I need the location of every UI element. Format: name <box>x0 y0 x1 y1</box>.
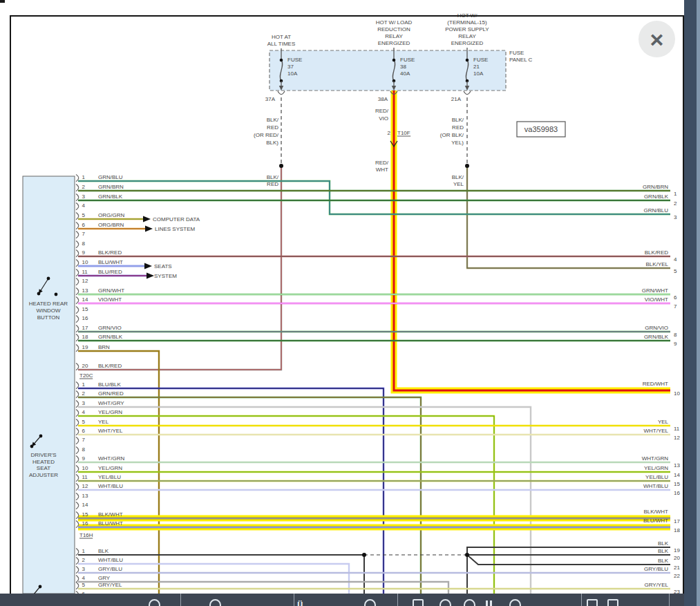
pin-number: 19 <box>82 344 88 350</box>
page-corner-mark <box>0 0 5 3</box>
fuse-panel-label: PANEL C <box>509 57 533 63</box>
pin-bracket <box>76 278 79 285</box>
wire-label: BLU/BLK <box>98 381 122 388</box>
wire-label: BLK/WHT <box>643 509 668 515</box>
fuse-label: FUSE <box>473 57 488 63</box>
print-icon[interactable]: ü <box>297 599 303 606</box>
wire-label: YEL/BLU <box>645 474 668 480</box>
pin-number: 1 <box>82 381 86 388</box>
wire-label: GRN/BLU <box>98 174 123 180</box>
pin-number: 3 <box>82 193 86 200</box>
pin-bracket <box>76 307 79 314</box>
diagram-text: SYSTEM <box>154 273 177 279</box>
zoom-in-icon[interactable] <box>464 599 475 606</box>
pin-number: 21 <box>674 565 680 571</box>
diagram-text: BLK/ <box>452 117 464 123</box>
pin-number: 18 <box>674 527 680 533</box>
wire-label: GRY <box>98 575 111 581</box>
pin-bracket <box>76 241 79 248</box>
system-arrowhead <box>144 263 152 269</box>
wire-label: BLK/RED <box>645 249 668 256</box>
wire-label: YEL/GRN <box>644 465 668 471</box>
diagram-text: BLK) <box>266 140 278 146</box>
pin-number: 7 <box>82 437 86 443</box>
panel-pass-bump <box>464 91 471 95</box>
pin-number: 14 <box>82 296 88 303</box>
pin-number: 11 <box>82 474 88 480</box>
switch-dot <box>39 585 42 589</box>
fuse-label: 21 <box>473 64 480 70</box>
fuse-panel-label: FUSE <box>509 50 524 56</box>
wire-label: GRN/RED <box>98 390 124 397</box>
wire-label: BLU/WHT <box>98 520 123 527</box>
copy-icon[interactable] <box>587 599 598 606</box>
switch-dot <box>47 277 50 281</box>
diagram-text: VIO <box>379 115 388 122</box>
system-arrowhead <box>143 216 151 222</box>
fuse-output-label: 37A <box>265 96 276 102</box>
diagram-text: COMPUTER DATA <box>153 216 200 222</box>
wire-label: GRN/BRN <box>643 184 668 190</box>
wire-label: VIO/WHT <box>645 296 668 303</box>
pin-number: 2 <box>82 390 86 397</box>
wire-label: GRN/BLK <box>644 193 669 200</box>
wire-label: GRY/YEL <box>98 582 122 588</box>
wire-label: BLU/WHT <box>98 259 123 265</box>
pin-number: 2 <box>674 200 677 207</box>
wire-label: YEL <box>98 419 109 425</box>
diagram-text: 2 <box>388 130 391 136</box>
pin-number: 14 <box>674 472 680 478</box>
fuse-label: 40A <box>400 70 410 77</box>
diagram-text: RED <box>452 124 464 131</box>
feed-head-label: POWER SUPPLY <box>445 26 489 32</box>
undo-icon[interactable] <box>509 599 521 606</box>
zoom-out-icon[interactable] <box>439 599 451 606</box>
diagram-text: SEAT <box>37 465 50 471</box>
junction-dot <box>465 164 469 168</box>
wire-gry-t16h4 <box>78 582 448 594</box>
wire-label: YEL/BLU <box>98 474 121 480</box>
pin-number: 20 <box>82 363 88 369</box>
pin-number: 1 <box>82 548 86 554</box>
feed-head-label: ENERGIZED <box>451 40 484 46</box>
pin-number: 10 <box>674 390 680 397</box>
save-icon[interactable] <box>607 599 618 606</box>
fuse-dot <box>280 59 283 62</box>
wire-label: BLK/YEL <box>646 261 669 267</box>
pin-bracket <box>76 447 79 454</box>
pause-icon[interactable] <box>486 599 494 606</box>
pin-number: 10 <box>82 259 88 265</box>
zoom-icon[interactable] <box>149 599 160 606</box>
pin-number: 4 <box>674 256 677 263</box>
fuse-label: 10A <box>473 70 484 77</box>
wire-label: BLK <box>658 540 669 547</box>
bottom-toolbar: ü <box>0 594 684 606</box>
search-icon[interactable] <box>209 599 221 606</box>
diagram-text: RED <box>267 124 278 131</box>
diagram-text: BLK/ <box>267 174 279 180</box>
close-button[interactable]: × <box>638 21 675 57</box>
pin-number: 14 <box>82 502 88 508</box>
connector-label: T20C <box>79 372 93 379</box>
pin-number: 4 <box>82 575 86 581</box>
pin-number: 2 <box>82 557 86 563</box>
pin-number: 17 <box>674 518 680 524</box>
pin-number: 12 <box>674 435 680 441</box>
fit-screen-icon[interactable] <box>413 599 424 606</box>
diagram-text: BLK/ <box>267 117 279 123</box>
feed-head-label: ALL TIMES <box>267 41 295 47</box>
diagram-text: (OR RED/ <box>254 132 279 138</box>
pin-number: 3 <box>82 566 86 572</box>
pin-number: 5 <box>82 212 86 218</box>
wire-label: GRN/WHT <box>642 287 668 294</box>
wire-label: BLK <box>98 548 109 554</box>
pin-bracket <box>76 437 79 444</box>
diagram-text: BLK/ <box>452 174 464 180</box>
pin-number: 9 <box>82 249 86 256</box>
wire-stripe <box>78 416 494 594</box>
wire-label: WHT/GRN <box>98 455 124 462</box>
wire-label: WHT/BLU <box>643 483 668 489</box>
pin-number: 6 <box>82 222 86 228</box>
feed-head-label: RELAY <box>385 33 403 39</box>
refresh-icon[interactable] <box>364 599 376 606</box>
